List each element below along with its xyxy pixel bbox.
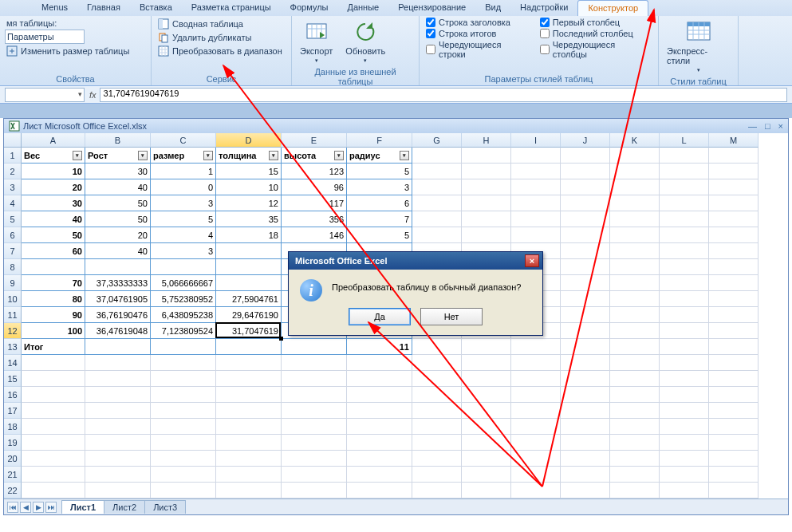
cell[interactable]: 7,123809524 [151,323,216,339]
cell[interactable] [85,371,151,387]
cell[interactable] [216,387,282,403]
no-button[interactable]: Нет [420,308,483,325]
cell[interactable] [282,467,347,483]
cell[interactable] [660,451,709,467]
cell[interactable]: 356 [282,211,347,227]
row-header-17[interactable]: 17 [4,403,22,419]
tab-layout[interactable]: Разметка страницы [182,0,281,16]
cell[interactable] [22,403,85,419]
cell[interactable] [610,179,660,195]
formula-input[interactable]: 31,7047619047619 [100,88,787,102]
cell[interactable]: 4 [151,227,216,243]
refresh-button[interactable]: Обновить ▾ [342,18,388,65]
cell[interactable] [660,339,709,355]
cell[interactable]: 50 [85,211,151,227]
tab-data[interactable]: Данные [337,0,388,16]
cell[interactable] [610,355,660,371]
cell[interactable] [660,227,709,243]
cell[interactable] [462,195,511,211]
cell[interactable] [85,339,151,355]
filter-dropdown-icon[interactable]: ▾ [334,151,344,160]
cell[interactable] [151,451,216,467]
cell[interactable] [709,371,759,387]
tab-formulas[interactable]: Формулы [281,0,338,16]
cell[interactable] [412,211,462,227]
cell[interactable] [610,164,660,179]
cell[interactable]: 20 [85,227,151,243]
cell[interactable] [561,227,610,243]
row-header-22[interactable]: 22 [4,483,22,499]
col-header-K[interactable]: K [610,133,660,148]
tab-view[interactable]: Вид [475,0,510,16]
cell[interactable] [610,435,660,451]
tab-insert[interactable]: Вставка [130,0,182,16]
pivot-table-button[interactable]: Сводная таблица [156,18,286,30]
cell[interactable] [85,355,151,371]
cell[interactable] [462,355,511,371]
cell[interactable] [561,259,610,275]
cell[interactable] [709,435,759,451]
cell[interactable] [462,467,511,483]
cell[interactable]: 96 [282,179,347,195]
cell[interactable]: 50 [22,227,85,243]
cell[interactable]: 5,752380952 [151,291,216,307]
cell[interactable] [561,419,610,435]
cell[interactable] [412,179,462,195]
sheet-tab-1[interactable]: Лист1 [61,500,104,514]
cell[interactable] [216,259,282,275]
cell[interactable] [216,419,282,435]
cell[interactable] [282,387,347,403]
yes-button[interactable]: Да [349,308,411,325]
cell[interactable]: 100 [22,323,85,339]
cell[interactable] [660,291,709,307]
cell[interactable] [511,451,561,467]
cell[interactable] [85,419,151,435]
cell[interactable] [347,435,412,451]
sheet-tab-3[interactable]: Лист3 [144,500,186,514]
cell[interactable] [151,467,216,483]
cell[interactable]: 11 [347,339,412,355]
cell[interactable] [151,483,216,499]
cell[interactable] [561,291,610,307]
cell[interactable] [511,179,561,195]
row-header-12[interactable]: 12 [4,323,22,339]
cell[interactable] [709,148,759,164]
cell[interactable] [412,451,462,467]
cell[interactable] [660,243,709,259]
cell[interactable] [347,355,412,371]
col-header-G[interactable]: G [412,133,462,148]
cell[interactable]: 50 [85,195,151,211]
cell[interactable] [282,339,347,355]
cell[interactable] [709,419,759,435]
last-col-checkbox[interactable]: Последний столбец [538,29,653,38]
cell[interactable]: 0 [151,179,216,195]
row-header-1[interactable]: 1 [4,148,22,164]
cell[interactable] [347,451,412,467]
cell[interactable] [216,435,282,451]
col-header-J[interactable]: J [561,133,610,148]
cell[interactable]: 7 [347,211,412,227]
cell[interactable] [412,164,462,179]
row-header-21[interactable]: 21 [4,467,22,483]
cell[interactable] [561,211,610,227]
cell[interactable] [216,467,282,483]
row-header-5[interactable]: 5 [4,211,22,227]
row-header-18[interactable]: 18 [4,419,22,435]
cell[interactable] [22,451,85,467]
sheet-tab-2[interactable]: Лист2 [104,500,145,514]
tab-home[interactable]: Главная [77,0,130,16]
cell[interactable] [561,371,610,387]
cell[interactable] [709,291,759,307]
export-button[interactable]: Экспорт ▾ [297,18,336,65]
cell[interactable]: 40 [22,211,85,227]
cell[interactable] [511,419,561,435]
col-header-D[interactable]: D [216,133,282,148]
cell[interactable]: 1 [151,164,216,179]
cell[interactable] [511,387,561,403]
minimize-button[interactable]: — [748,121,757,131]
banded-cols-checkbox[interactable]: Чередующиеся столбцы [538,40,653,59]
cell[interactable] [660,371,709,387]
cell[interactable]: высота▾ [282,148,347,164]
filter-dropdown-icon[interactable]: ▾ [203,151,213,160]
col-header-A[interactable]: A [22,133,85,148]
